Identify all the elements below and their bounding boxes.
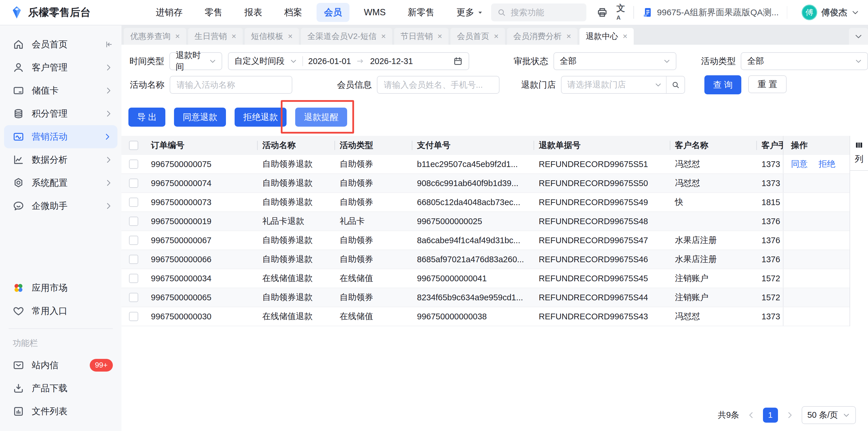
tab[interactable]: 节日营销 × [394,28,448,45]
row-checkbox[interactable] [129,159,138,169]
col-activity[interactable]: 活动名称 [257,136,335,155]
column-settings-button[interactable]: 列 [850,136,868,171]
row-checkbox[interactable] [129,312,138,321]
row-checkbox[interactable] [129,274,138,283]
row-checkbox[interactable] [129,179,138,188]
chevron-right-icon[interactable] [104,179,113,187]
cell-activity: 礼品卡退款 [257,212,335,230]
col-order[interactable]: 订单编号 [146,136,257,155]
activity-name-label: 活动名称 [128,79,164,91]
sidebar-item[interactable]: 客户管理 [0,56,122,79]
sidebar-item[interactable]: 产品下载 [0,377,122,400]
close-icon[interactable]: × [231,32,236,41]
row-checkbox[interactable] [129,255,138,264]
page-number[interactable]: 1 [763,408,778,423]
store-search-icon[interactable] [666,76,684,93]
query-button[interactable]: 查 询 [704,75,741,94]
translate-icon[interactable]: 文A [616,4,625,21]
date-range-picker[interactable]: 自定义时间段 2026-01-01 2026-12-31 [228,52,469,70]
row-checkbox[interactable] [129,217,138,226]
sidebar-item[interactable]: 企微助手 [0,194,122,217]
global-search[interactable] [491,3,586,21]
tab-overflow-button[interactable] [849,28,868,45]
topnav-menu-item[interactable]: 更多 [449,3,491,22]
page-size-select[interactable]: 50 条/页 [802,406,856,424]
cell-refund: REFUNDRECORD99675S45 [533,269,670,288]
refund-store-select[interactable]: 请选择退款门店 [561,76,685,94]
col-refund[interactable]: 退款单据号 [533,136,670,155]
search-input[interactable] [510,7,581,18]
close-icon[interactable]: × [288,32,292,41]
activity-name-input[interactable] [176,80,286,90]
col-customer[interactable]: 客户名称 [670,136,756,155]
tab[interactable]: 退款中心 × [580,28,634,45]
sidebar-item[interactable]: 文件列表 [0,400,122,423]
export-button[interactable]: 导 出 [128,107,165,127]
tab[interactable]: 生日营销 × [188,28,242,45]
chevron-right-icon[interactable] [103,132,112,141]
topnav-menu-item[interactable]: WMS [356,4,393,21]
reset-button[interactable]: 重 置 [748,75,786,93]
tenant-switcher[interactable]: 99675-A组新界面果蔬版QA测... [642,7,779,19]
sidebar-item[interactable]: 会员首页 [0,33,122,56]
row-checkbox[interactable] [129,236,138,245]
user-menu[interactable]: 傅 傅俊杰 [802,5,859,20]
close-icon[interactable]: × [437,32,442,41]
chevron-right-icon[interactable] [104,202,113,210]
approve-refund-button[interactable]: 同意退款 [174,107,226,127]
approve-link[interactable]: 同意 [791,158,808,170]
topnav-menu-item[interactable]: 档案 [277,3,310,22]
topnav-menu-item[interactable]: 会员 [316,3,349,22]
collapse-icon[interactable] [104,40,113,49]
chevron-right-icon[interactable] [104,109,113,118]
col-payment[interactable]: 支付单号 [412,136,533,155]
sidebar-item[interactable]: 站内信 99+ [0,354,122,377]
date-start[interactable]: 2026-01-01 [308,57,351,66]
reject-refund-button[interactable]: 拒绝退款 [235,107,286,127]
topnav-menu-item[interactable]: 新零售 [400,3,442,22]
close-icon[interactable]: × [175,32,180,41]
reject-link[interactable]: 拒绝 [819,158,835,170]
sidebar-item[interactable]: 系统配置 [0,172,122,194]
next-page-icon[interactable] [785,411,794,420]
topnav-menu-item[interactable]: 进销存 [148,3,190,22]
cell-refund: REFUNDRECORD99675S48 [533,212,670,230]
arrow-right-icon [356,57,365,65]
close-icon[interactable]: × [623,32,627,41]
topnav-menu-item[interactable]: 零售 [197,3,230,22]
sidebar-item[interactable]: 数据分析 [0,148,122,172]
sidebar-item[interactable]: 营销活动 [4,125,118,148]
topnav-menu-item[interactable]: 报表 [237,3,270,22]
chevron-right-icon[interactable] [104,155,113,164]
refund-remind-button[interactable]: 退款提醒 [295,107,347,127]
sidebar-item[interactable]: 积分管理 [0,102,122,125]
tab[interactable]: 会员消费分析 × [507,28,578,45]
tab[interactable]: 会员首页 × [451,28,505,45]
tab[interactable]: 全渠道会员V2-短信 × [301,28,392,45]
close-icon[interactable]: × [566,32,571,41]
prev-page-icon[interactable] [747,411,755,420]
sidebar-item[interactable]: 常用入口 [0,300,122,322]
chevron-down-icon [851,8,859,17]
col-type[interactable]: 活动类型 [335,136,412,155]
sidebar-item[interactable]: 储值卡 [0,79,122,102]
row-checkbox[interactable] [129,197,138,207]
chevron-right-icon[interactable] [104,63,113,72]
sidebar-item[interactable]: 应用市场 [0,276,122,300]
printer-icon[interactable] [596,6,608,19]
tab[interactable]: 优惠券查询 × [124,28,186,45]
close-icon[interactable]: × [381,32,386,41]
row-checkbox[interactable] [129,293,138,302]
chevron-right-icon[interactable] [104,86,113,95]
close-icon[interactable]: × [494,32,498,41]
time-type-select[interactable]: 退款时间 [169,52,222,70]
cell-activity: 自助领券退款 [257,288,335,307]
tab[interactable]: 短信模板 × [245,28,299,45]
col-phone[interactable]: 客户手机号 [756,136,783,155]
date-end[interactable]: 2026-12-31 [370,57,413,66]
member-info-input[interactable] [383,80,493,90]
approval-status-select[interactable]: 全部 [554,52,676,70]
select-all-checkbox[interactable] [129,141,138,150]
download-icon [13,382,24,394]
activity-type-select[interactable]: 全部 [741,52,868,70]
